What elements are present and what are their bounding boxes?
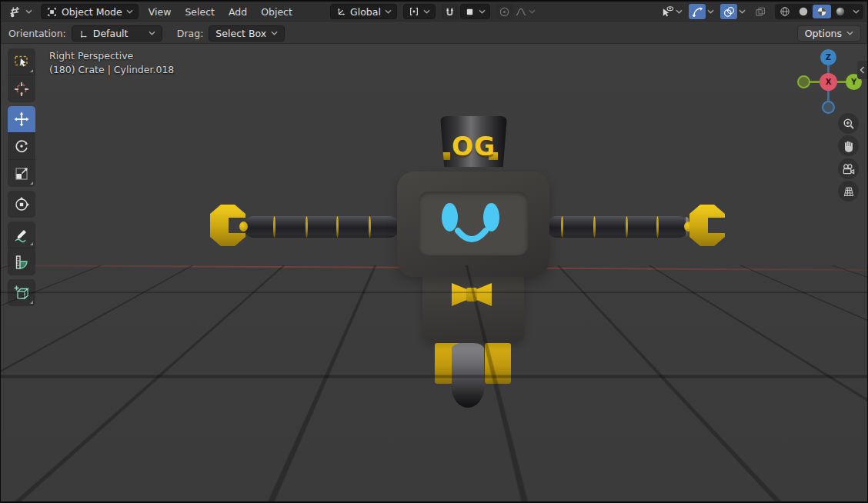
overlays-toggle[interactable] [720, 4, 737, 19]
mode-label: Object Mode [62, 6, 122, 18]
robot-right-claw [689, 205, 725, 246]
xray-icon [754, 6, 766, 18]
active-object-label: (180) Crate | Cylinder.018 [49, 63, 174, 77]
viewport-header: Object Mode View Select Add Object Globa… [1, 2, 867, 22]
camera-view-control[interactable] [838, 158, 859, 179]
menu-view[interactable]: View [145, 6, 175, 18]
options-dropdown[interactable]: Options [797, 25, 861, 42]
chevron-down-icon [846, 31, 853, 35]
menu-object[interactable]: Object [257, 6, 296, 18]
navigation-gizmo[interactable]: Z Y X [793, 47, 864, 118]
chevron-down-icon [479, 9, 486, 14]
proportional-editing-toggle[interactable] [496, 4, 513, 19]
editor-type-dropdown[interactable] [6, 4, 35, 19]
chevron-down-icon [126, 9, 133, 14]
tool-cursor[interactable] [8, 75, 35, 102]
options-label: Options [805, 28, 842, 39]
view-name-label: Right Perspective [49, 49, 174, 63]
chevron-down-icon[interactable] [707, 9, 714, 14]
tool-rotate[interactable] [8, 133, 35, 160]
chevron-down-icon [529, 9, 536, 14]
transform-orientation-icon [336, 6, 346, 17]
pivot-point-dropdown[interactable] [403, 4, 436, 19]
snap-target-dropdown[interactable] [460, 4, 490, 19]
gizmo-axis-x[interactable]: X [820, 73, 837, 91]
robot-right-arm [547, 216, 689, 238]
solid-shading-icon [798, 6, 809, 17]
orientation-setting-dropdown[interactable]: Default [72, 25, 162, 42]
drag-setting-label: Drag: [177, 28, 204, 39]
viewport-canvas[interactable]: Right Perspective (180) Crate | Cylinder… [1, 44, 867, 501]
robot-left-arm [244, 216, 399, 238]
xray-toggle[interactable] [752, 4, 769, 19]
transform-orientation-dropdown[interactable]: Global [330, 4, 397, 19]
robot-left-wrist [239, 222, 248, 232]
gizmo-axis-neg-z[interactable] [822, 101, 835, 114]
tool-scale[interactable] [8, 160, 35, 187]
material-preview-shading-icon [816, 6, 827, 17]
gizmo-axis-neg-y[interactable] [797, 75, 810, 88]
orientation-setting-label: Orientation: [8, 28, 66, 39]
mode-dropdown[interactable]: Object Mode [41, 4, 139, 19]
tool-measure[interactable] [8, 248, 35, 275]
snap-magnet-icon [444, 6, 456, 18]
chevron-down-icon[interactable] [739, 9, 746, 14]
tool-move[interactable] [8, 106, 35, 133]
falloff-curve-icon [515, 6, 527, 18]
gizmos-toggle[interactable] [689, 4, 706, 19]
solid-shading-button[interactable] [794, 5, 813, 18]
menu-select[interactable]: Select [181, 6, 219, 18]
wireframe-shading-button[interactable] [776, 5, 794, 18]
proportional-editing-icon [499, 6, 510, 18]
gizmo-axis-z[interactable]: Z [820, 49, 836, 65]
rendered-shading-button[interactable] [831, 5, 850, 18]
robot-smile [453, 227, 490, 248]
zoom-control[interactable] [838, 113, 859, 134]
snap-toggle-button[interactable] [442, 4, 459, 19]
blender-3d-viewport-editor: Object Mode View Select Add Object Globa… [1, 2, 867, 501]
pan-hand-control[interactable] [838, 135, 859, 156]
orthographic-toggle-control[interactable] [838, 181, 859, 202]
rendered-shading-icon [835, 6, 846, 17]
wireframe-shading-icon [780, 6, 790, 17]
chevron-down-icon[interactable] [850, 9, 863, 14]
drag-setting-value: Select Box [215, 28, 266, 39]
gizmos-icon [692, 6, 703, 18]
default-orientation-icon [78, 28, 88, 38]
menu-add[interactable]: Add [225, 6, 251, 18]
chevron-down-icon [149, 31, 155, 35]
toolbar [8, 48, 35, 306]
robot-bowtie-knot [466, 288, 477, 301]
hat-logo-text: OG [440, 133, 507, 161]
viewport-shading-group [775, 4, 863, 19]
editor-type-3d-viewport-icon [8, 5, 22, 18]
chevron-down-icon [271, 31, 278, 35]
overlays-icon [723, 6, 735, 18]
snap-target-icon [465, 7, 475, 17]
drag-setting-dropdown[interactable]: Select Box [209, 25, 285, 42]
orientation-setting-value: Default [93, 28, 129, 39]
tool-settings-bar: Orientation: Default Drag: Select Box Op… [1, 22, 867, 44]
robot-wheel [452, 343, 484, 408]
chevron-down-icon [385, 9, 392, 14]
pivot-point-icon [409, 6, 419, 17]
sidebar-toggle[interactable] [857, 61, 867, 79]
tool-add-cube[interactable] [8, 279, 35, 306]
chevron-down-icon [25, 9, 32, 14]
tool-annotate[interactable] [8, 222, 35, 248]
robot-right-leg [485, 343, 511, 384]
material-preview-shading-button[interactable] [813, 5, 831, 18]
blender-window: Object Mode View Select Add Object Globa… [0, 0, 868, 503]
chevron-down-icon [423, 9, 430, 14]
object-mode-icon [46, 6, 58, 18]
show-object-types-dropdown[interactable] [661, 5, 683, 18]
viewport-overlay-text: Right Perspective (180) Crate | Cylinder… [49, 49, 174, 77]
falloff-dropdown[interactable] [515, 6, 536, 18]
robot-model-object[interactable]: OG [1, 44, 867, 501]
chevron-down-icon [676, 9, 683, 14]
tool-transform[interactable] [8, 191, 35, 218]
tool-select-box[interactable] [8, 48, 35, 75]
robot-top-hat: OG [440, 116, 507, 167]
robot-torso [422, 275, 524, 342]
orientation-label: Global [350, 6, 381, 18]
